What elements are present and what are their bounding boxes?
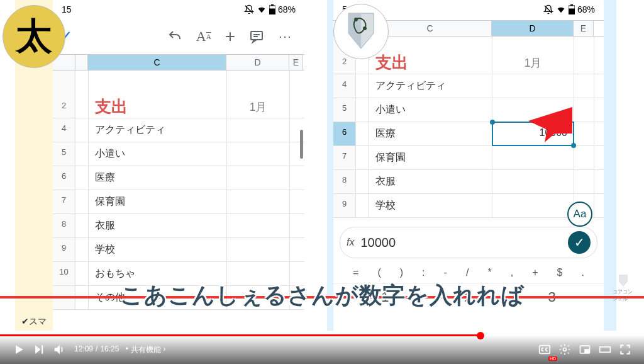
table-row[interactable]: 4アクティビティ <box>53 118 304 142</box>
watermark-left: ✔スマ <box>21 316 47 327</box>
callout-arrow-icon <box>528 107 572 142</box>
text-mode-button[interactable]: Aa <box>567 202 592 227</box>
svg-rect-2 <box>269 9 275 15</box>
table-row[interactable]: 5小遣い <box>53 142 304 166</box>
time: 15 <box>62 4 72 14</box>
fx-label: fx <box>347 237 354 248</box>
table-row[interactable]: 8衣服 <box>333 170 604 194</box>
miniplayer-button[interactable] <box>575 339 595 360</box>
undo-icon[interactable] <box>167 29 182 44</box>
bell-off-icon <box>543 4 553 14</box>
time-display: 12:09/16:25 • 共有機能 › <box>74 344 166 355</box>
battery-icon <box>569 4 575 14</box>
table-row[interactable]: 9学校 <box>53 238 304 262</box>
sym-key[interactable]: + <box>532 267 538 278</box>
formula-bar[interactable]: fx 10000 ✓ <box>340 227 597 258</box>
svg-rect-16 <box>42 345 43 353</box>
svg-rect-10 <box>570 4 573 6</box>
table-row[interactable]: 6医療 <box>53 166 304 190</box>
svg-point-13 <box>363 26 367 30</box>
table-row[interactable]: 4アクティビティ <box>333 74 604 98</box>
svg-rect-9 <box>569 9 575 15</box>
theater-button[interactable] <box>595 339 615 360</box>
volume-button[interactable] <box>49 339 69 360</box>
toolbar: ✓ AA + ⋮ <box>53 19 304 54</box>
play-button[interactable] <box>9 339 29 360</box>
sym-key[interactable]: * <box>487 267 491 278</box>
status-icons: 68% <box>244 4 296 14</box>
svg-point-18 <box>564 348 567 351</box>
svg-marker-15 <box>35 345 40 353</box>
col-d[interactable]: D <box>492 21 574 36</box>
sym-key[interactable]: ( <box>377 267 380 278</box>
sym-key[interactable]: $ <box>557 267 563 278</box>
col-e[interactable]: E <box>574 21 594 36</box>
avatar-left: 太 <box>3 5 65 68</box>
bell-off-icon <box>244 4 254 14</box>
chapter-title[interactable]: 共有機能 <box>131 344 161 355</box>
add-icon[interactable]: + <box>225 26 235 47</box>
table-row[interactable]: 8衣服 <box>53 214 304 238</box>
svg-rect-4 <box>251 31 262 40</box>
sym-key[interactable]: : <box>422 267 425 278</box>
comment-icon[interactable] <box>249 29 264 44</box>
table-row[interactable]: 7保育園 <box>53 190 304 214</box>
fx-value[interactable]: 10000 <box>360 236 562 250</box>
svg-rect-3 <box>271 4 274 6</box>
scroll-indicator[interactable] <box>300 130 303 159</box>
status-icons: 68% <box>543 4 595 14</box>
subtitle-caption: こあこんしぇるさんが数字を入れれば <box>0 280 644 311</box>
col-c[interactable]: C <box>88 55 226 70</box>
more-icon[interactable]: ⋮ <box>278 31 293 42</box>
confirm-button[interactable]: ✓ <box>568 231 591 254</box>
status-bar: 15 68% <box>53 0 304 19</box>
col-e[interactable]: E <box>289 55 303 70</box>
svg-rect-20 <box>585 350 589 352</box>
table-row[interactable]: 9学校 <box>333 194 604 218</box>
col-d[interactable]: D <box>226 55 289 70</box>
wifi-icon <box>556 4 566 14</box>
battery-icon <box>269 4 275 14</box>
wifi-icon <box>257 4 267 14</box>
svg-marker-14 <box>16 345 23 353</box>
avatar-right <box>333 4 389 59</box>
svg-point-12 <box>354 18 358 21</box>
settings-button[interactable] <box>555 339 575 360</box>
svg-marker-11 <box>528 107 572 142</box>
spreadsheet[interactable]: C D E 2支出1月4アクティビティ5小遣い6医療7保育園8衣服9学校10おも… <box>53 54 304 310</box>
fullscreen-button[interactable] <box>615 339 635 360</box>
sym-key[interactable]: , <box>511 267 513 278</box>
cc-button[interactable]: HD <box>535 339 555 360</box>
sym-key[interactable]: / <box>466 267 469 278</box>
player-controls: 12:09/16:25 • 共有機能 › HD <box>0 335 644 364</box>
svg-rect-21 <box>600 347 611 352</box>
sym-key[interactable]: = <box>353 267 358 278</box>
text-format-icon[interactable]: AA <box>196 28 211 45</box>
table-row[interactable]: 7保育園 <box>333 146 604 170</box>
sym-key[interactable]: . <box>582 267 584 278</box>
sym-key[interactable]: ) <box>400 267 403 278</box>
svg-rect-17 <box>540 346 550 354</box>
sym-key[interactable]: - <box>444 267 447 278</box>
next-button[interactable] <box>29 339 49 360</box>
